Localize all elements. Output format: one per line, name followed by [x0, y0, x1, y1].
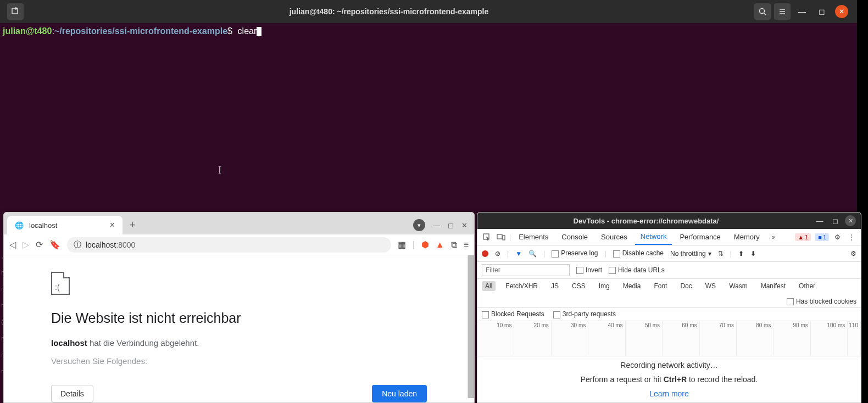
filter-input[interactable]: [482, 264, 570, 276]
minimize-button[interactable]: —: [794, 3, 810, 20]
invert-checkbox[interactable]: Invert: [576, 266, 602, 274]
disable-cache-checkbox[interactable]: Disable cache: [613, 249, 664, 257]
type-other[interactable]: Other: [795, 281, 819, 291]
record-button[interactable]: [482, 250, 488, 257]
svg-point-3: [760, 9, 765, 14]
search-button[interactable]: [754, 3, 771, 20]
clear-button[interactable]: ⊘: [495, 250, 500, 258]
hint-text: Perform a request or hit Ctrl+R to recor…: [581, 375, 758, 384]
tick: 20 ms: [514, 321, 551, 355]
reload-button[interactable]: ⟳: [36, 239, 43, 250]
maximize-button[interactable]: ◻: [829, 215, 841, 227]
bookmark-button[interactable]: 🔖: [49, 239, 60, 250]
maximize-button[interactable]: ◻: [814, 3, 830, 20]
menu-button[interactable]: ≡: [464, 240, 469, 250]
devtools-title: DevTools - chrome-error://chromewebdata/: [482, 217, 810, 225]
recording-text: Recording network activity…: [620, 361, 717, 370]
learn-more-link[interactable]: Learn more: [649, 389, 689, 398]
inspect-icon[interactable]: [481, 231, 493, 243]
details-button[interactable]: Details: [51, 385, 93, 402]
more-tabs-button[interactable]: »: [767, 231, 780, 243]
profile-icon[interactable]: ▾: [413, 219, 425, 231]
tab-network[interactable]: Network: [635, 229, 672, 245]
prompt-path: ~/repositories/ssi-microfrontend-example: [54, 26, 227, 36]
tab-memory[interactable]: Memory: [728, 230, 765, 244]
error-suggest: Versuchen Sie Folgendes:: [51, 356, 474, 366]
tick: 40 ms: [588, 321, 625, 355]
new-tab-button[interactable]: [7, 3, 24, 20]
close-button[interactable]: ✕: [833, 3, 850, 20]
brave-shield-icon[interactable]: ⬢: [421, 239, 429, 250]
sad-page-icon: :(: [51, 272, 70, 295]
throttling-select[interactable]: No throttling ▾: [670, 250, 711, 258]
reload-button[interactable]: Neu laden: [372, 385, 427, 402]
download-icon[interactable]: ⬇: [750, 250, 756, 258]
tab-close-button[interactable]: ×: [108, 220, 117, 230]
type-manifest[interactable]: Manifest: [758, 281, 789, 291]
type-js[interactable]: JS: [548, 281, 562, 291]
url-port: :8000: [116, 240, 135, 249]
info-icon: ■: [818, 234, 822, 240]
warning-badge[interactable]: ▲1: [795, 233, 811, 241]
tab-elements[interactable]: Elements: [513, 230, 554, 244]
tab-performance[interactable]: Performance: [674, 230, 726, 244]
error-detail: localhost hat die Verbindung abgelehnt.: [51, 338, 474, 348]
type-img[interactable]: Img: [596, 281, 613, 291]
brave-rewards-icon[interactable]: ▲: [436, 240, 444, 250]
terminal-body[interactable]: julian@t480:~/repositories/ssi-microfron…: [0, 23, 857, 39]
timeline[interactable]: 10 ms 20 ms 30 ms 40 ms 50 ms 60 ms 70 m…: [477, 321, 861, 356]
tick: 50 ms: [626, 321, 663, 355]
minimize-button[interactable]: —: [814, 215, 826, 227]
device-icon[interactable]: [495, 231, 507, 243]
kebab-menu-icon[interactable]: ⋮: [845, 231, 858, 243]
type-media[interactable]: Media: [620, 281, 644, 291]
prompt-symbol: $: [227, 26, 232, 36]
type-all[interactable]: All: [482, 281, 496, 291]
maximize-button[interactable]: ◻: [448, 221, 454, 230]
scrollbar[interactable]: [468, 255, 474, 398]
forward-button[interactable]: ▷: [23, 239, 29, 250]
tab-strip: 🌐 localhost × + ▾ — ◻ ✕: [4, 212, 474, 234]
preserve-log-checkbox[interactable]: Preserve log: [552, 249, 598, 257]
filter-icon[interactable]: ▼: [515, 250, 522, 258]
minimize-button[interactable]: —: [433, 221, 440, 230]
tab-sources[interactable]: Sources: [596, 230, 633, 244]
type-font[interactable]: Font: [650, 281, 670, 291]
pip-icon[interactable]: ⧉: [451, 240, 457, 250]
error-heading: Die Website ist nicht erreichbar: [51, 310, 474, 326]
back-button[interactable]: ◁: [9, 239, 16, 250]
blocked-cookies-checkbox[interactable]: Has blocked cookies: [787, 298, 856, 305]
qr-icon[interactable]: ▦: [398, 239, 406, 250]
tick: 10 ms: [477, 321, 514, 355]
type-ws[interactable]: WS: [702, 281, 719, 291]
url-bar[interactable]: ⓘ localhost:8000: [67, 237, 391, 253]
close-button[interactable]: ✕: [844, 215, 856, 227]
tab-console[interactable]: Console: [556, 230, 593, 244]
browser-window: 🌐 localhost × + ▾ — ◻ ✕ ◁ ▷ ⟳ 🔖 ⓘ localh…: [3, 212, 475, 403]
info-badge[interactable]: ■1: [815, 233, 829, 241]
tick: 60 ms: [663, 321, 699, 355]
blocked-requests-checkbox[interactable]: Blocked Requests: [482, 310, 544, 318]
site-info-icon[interactable]: ⓘ: [74, 240, 81, 250]
settings-gear-icon[interactable]: ⚙: [850, 250, 856, 258]
svg-line-4: [764, 13, 766, 15]
browser-tab[interactable]: 🌐 localhost ×: [7, 216, 123, 234]
type-fetch[interactable]: Fetch/XHR: [502, 281, 541, 291]
search-icon[interactable]: 🔍: [528, 250, 537, 258]
close-button[interactable]: ✕: [461, 221, 468, 230]
type-css[interactable]: CSS: [569, 281, 589, 291]
hamburger-menu-button[interactable]: [774, 3, 791, 20]
upload-icon[interactable]: ⬆: [738, 250, 744, 258]
tick: 30 ms: [552, 321, 588, 355]
page-content: :( Die Website ist nicht erreichbar loca…: [4, 255, 474, 402]
tick: 100 ms: [811, 321, 848, 355]
terminal-title: julian@t480: ~/repositories/ssi-microfro…: [25, 7, 753, 16]
divider: |: [413, 240, 415, 250]
wifi-icon[interactable]: ⇅: [718, 250, 724, 258]
settings-icon[interactable]: ⚙: [831, 231, 843, 243]
thirdparty-checkbox[interactable]: 3rd-party requests: [553, 310, 616, 318]
hide-urls-checkbox[interactable]: Hide data URLs: [609, 266, 665, 274]
type-doc[interactable]: Doc: [677, 281, 695, 291]
new-tab-button[interactable]: +: [125, 217, 140, 233]
type-wasm[interactable]: Wasm: [726, 281, 751, 291]
